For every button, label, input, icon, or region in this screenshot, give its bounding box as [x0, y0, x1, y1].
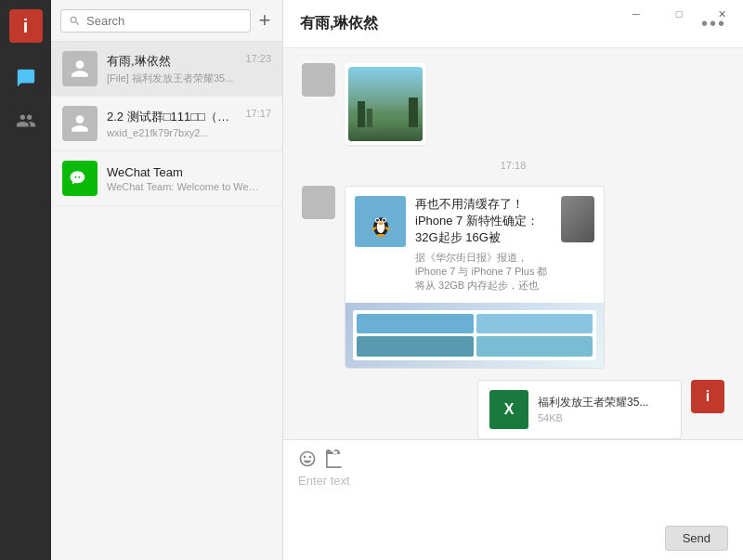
maximize-button[interactable]: □ [658, 0, 700, 28]
sidebar-item-chat[interactable] [9, 61, 43, 95]
contact-item[interactable]: 有雨,琳依然 [File] 福利发放王者荣耀35... 17:23 [51, 42, 282, 97]
article-preview-image [345, 303, 604, 368]
input-toolbar [298, 449, 728, 468]
file-attach-button[interactable] [326, 449, 345, 468]
contact-preview: [File] 福利发放王者荣耀35... [107, 72, 236, 85]
contact-preview: wxid_e21fk79r7bxy2... [107, 127, 236, 138]
message-row: 再也不用清缓存了！iPhone 7 新特性确定：32G起步 16G被 据《华尔街… [302, 186, 724, 369]
sidebar: i [0, 0, 51, 560]
preview-cell [476, 336, 593, 357]
minimize-button[interactable]: ─ [615, 0, 658, 28]
add-contact-button[interactable]: + [256, 7, 273, 33]
messages-area: 17:18 [283, 48, 743, 439]
input-area: Enter text Send [283, 439, 743, 560]
preview-cell [476, 314, 593, 334]
svg-point-9 [376, 233, 385, 236]
contact-preview: WeChat Team: Welcome to WeChat! [107, 181, 262, 192]
article-side-image [561, 196, 594, 242]
svg-point-5 [383, 218, 385, 221]
contact-info: WeChat Team WeChat Team: Welcome to WeCh… [107, 165, 262, 192]
message-input[interactable]: Enter text [298, 474, 728, 520]
contact-info: 有雨,琳依然 [File] 福利发放王者荣耀35... [107, 53, 236, 85]
chat-area: 有雨,琳依然 ••• 17:18 [283, 0, 743, 560]
contact-name: 有雨,琳依然 [107, 53, 236, 70]
send-button[interactable]: Send [665, 526, 728, 551]
avatar [62, 106, 98, 141]
article-header: 再也不用清缓存了！iPhone 7 新特性确定：32G起步 16G被 据《华尔街… [345, 187, 604, 303]
contact-name: 2.2 测试群□111□□（）test gr... [107, 109, 236, 125]
contact-time: 17:23 [245, 53, 271, 64]
emoji-button[interactable] [298, 449, 317, 468]
file-name: 福利发放王者荣耀35... [538, 395, 670, 410]
search-input[interactable] [86, 14, 242, 28]
file-info: 福利发放王者荣耀35... 54KB [538, 395, 670, 423]
article-description: 据《华尔街日报》报道，iPhone 7 与 iPhone 7 Plus 都将从 … [415, 251, 552, 293]
file-size: 54KB [538, 412, 670, 423]
avatar [62, 161, 98, 196]
file-bubble[interactable]: X 福利发放王者荣耀35... 54KB [477, 380, 682, 439]
message-bubble [345, 63, 426, 145]
avatar [62, 51, 98, 86]
search-bar: + [51, 0, 282, 42]
contact-item[interactable]: 2.2 测试群□111□□（）test gr... wxid_e21fk79r7… [51, 97, 282, 151]
input-placeholder: Enter text [298, 474, 350, 488]
city-image [348, 67, 423, 141]
contact-panel: + 有雨,琳依然 [File] 福利发放王者荣耀35... 17:23 [51, 0, 283, 560]
preview-cell [357, 314, 474, 334]
time-divider: 17:18 [302, 160, 724, 171]
article-text: 再也不用清缓存了！iPhone 7 新特性确定：32G起步 16G被 据《华尔街… [415, 196, 552, 293]
contact-list: 有雨,琳依然 [File] 福利发放王者荣耀35... 17:23 2.2 测试… [51, 42, 282, 560]
message-row-sent: i X 福利发放王者荣耀35... 54KB [302, 380, 724, 439]
svg-point-4 [375, 218, 378, 221]
window-controls: ─ □ ✕ [615, 0, 743, 28]
sender-avatar [302, 63, 335, 97]
chat-title: 有雨,琳依然 [300, 14, 378, 33]
sidebar-item-contacts[interactable] [9, 104, 43, 137]
contact-name: WeChat Team [107, 165, 262, 179]
sender-avatar [302, 186, 335, 219]
contact-time: 17:17 [245, 108, 271, 119]
article-thumbnail [355, 196, 406, 247]
search-icon [69, 15, 81, 27]
contact-item[interactable]: WeChat Team WeChat Team: Welcome to WeCh… [51, 151, 282, 206]
sender-avatar: i [691, 380, 724, 413]
message-row [302, 63, 724, 145]
file-icon: X [489, 390, 528, 429]
preview-inner [353, 310, 596, 360]
user-avatar[interactable]: i [9, 9, 43, 43]
svg-point-6 [378, 222, 383, 225]
send-row: Send [298, 526, 728, 551]
article-card: 再也不用清缓存了！iPhone 7 新特性确定：32G起步 16G被 据《华尔街… [345, 186, 605, 369]
close-button[interactable]: ✕ [700, 0, 743, 28]
search-input-wrap[interactable] [60, 9, 251, 33]
article-title: 再也不用清缓存了！iPhone 7 新特性确定：32G起步 16G被 [415, 196, 552, 247]
preview-grid [353, 310, 596, 360]
article-message[interactable]: 再也不用清缓存了！iPhone 7 新特性确定：32G起步 16G被 据《华尔街… [345, 186, 605, 369]
contact-info: 2.2 测试群□111□□（）test gr... wxid_e21fk79r7… [107, 109, 236, 138]
preview-cell [357, 336, 474, 357]
